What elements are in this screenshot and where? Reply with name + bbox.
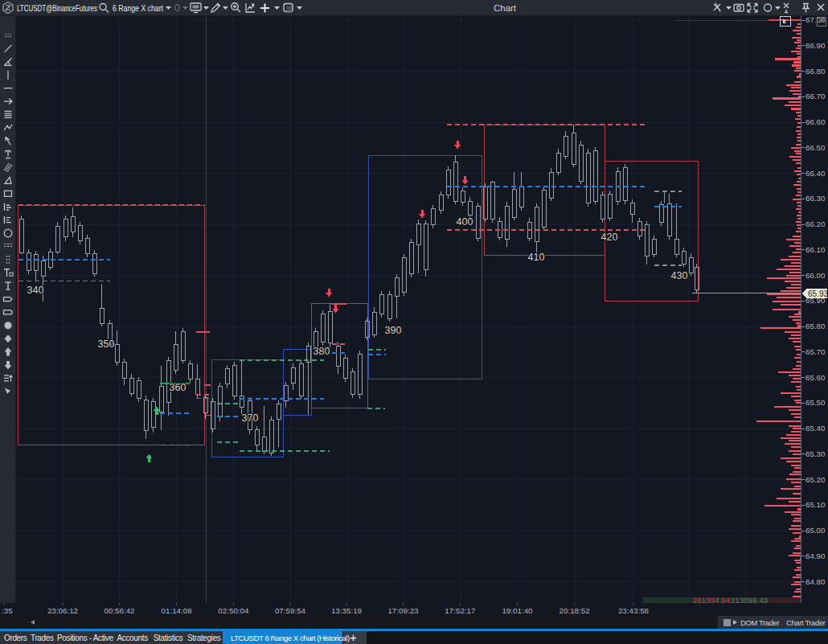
svg-text:410: 410 — [528, 252, 545, 263]
svg-text:64.90: 64.90 — [805, 552, 826, 560]
svg-text:66.40: 66.40 — [805, 169, 826, 178]
svg-text:17:52:17: 17:52:17 — [445, 606, 475, 615]
svg-text:430: 430 — [671, 270, 688, 281]
svg-text:13:35:19: 13:35:19 — [331, 606, 362, 615]
svg-text:23:06:12: 23:06:12 — [47, 606, 78, 615]
svg-text:360: 360 — [170, 382, 187, 393]
svg-text:66.90: 66.90 — [805, 41, 826, 50]
svg-text:380: 380 — [314, 346, 330, 357]
svg-text:400: 400 — [457, 216, 473, 228]
svg-text:66.00: 66.00 — [805, 271, 826, 280]
svg-text:213059.43: 213059.43 — [731, 596, 769, 603]
svg-text:65.40: 65.40 — [805, 424, 826, 433]
svg-text:20:18:52: 20:18:52 — [560, 606, 590, 615]
svg-text:LTCUSDT@BinanceFutures: LTCUSDT@BinanceFutures — [17, 3, 97, 13]
svg-text:390: 390 — [385, 325, 402, 336]
svg-text:19:01:40: 19:01:40 — [502, 606, 533, 615]
svg-text:65.50: 65.50 — [805, 398, 826, 407]
svg-text:66.80: 66.80 — [805, 67, 826, 76]
svg-text:64.80: 64.80 — [805, 577, 826, 586]
svg-text:Chart: Chart — [494, 3, 517, 13]
svg-text:66.70: 66.70 — [805, 92, 826, 100]
svg-text:350: 350 — [98, 338, 115, 350]
svg-text:66.50: 66.50 — [805, 143, 826, 152]
svg-text:00:56:42: 00:56:42 — [104, 606, 134, 615]
svg-text:07:59:54: 07:59:54 — [275, 606, 306, 615]
svg-text:66.60: 66.60 — [805, 117, 826, 126]
svg-text:370: 370 — [242, 412, 259, 424]
svg-text:65.10: 65.10 — [805, 500, 826, 509]
svg-text:340: 340 — [27, 285, 44, 296]
svg-text:23:43:58: 23:43:58 — [618, 606, 650, 615]
svg-text:65.80: 65.80 — [805, 322, 826, 330]
svg-text:01:14:08: 01:14:08 — [162, 606, 193, 615]
svg-text:65.60: 65.60 — [805, 373, 826, 382]
svg-text:66.30: 66.30 — [805, 194, 826, 203]
svg-text:02:50:04: 02:50:04 — [218, 606, 249, 615]
svg-text:65.20: 65.20 — [805, 475, 826, 484]
svg-text:65.93: 65.93 — [808, 289, 828, 298]
svg-text::35: :35 — [2, 606, 13, 615]
svg-text:0: 0 — [174, 2, 180, 14]
svg-text:65.70: 65.70 — [805, 347, 826, 356]
svg-text:261334.94: 261334.94 — [693, 596, 731, 603]
svg-text:6 Range X chart: 6 Range X chart — [113, 3, 164, 13]
svg-text:420: 420 — [601, 232, 618, 243]
svg-text:66.10: 66.10 — [805, 245, 826, 254]
svg-text:66.20: 66.20 — [805, 219, 826, 228]
svg-text:65.30: 65.30 — [805, 449, 826, 458]
svg-text:17:09:23: 17:09:23 — [387, 606, 419, 615]
svg-text:65.00: 65.00 — [805, 526, 826, 535]
